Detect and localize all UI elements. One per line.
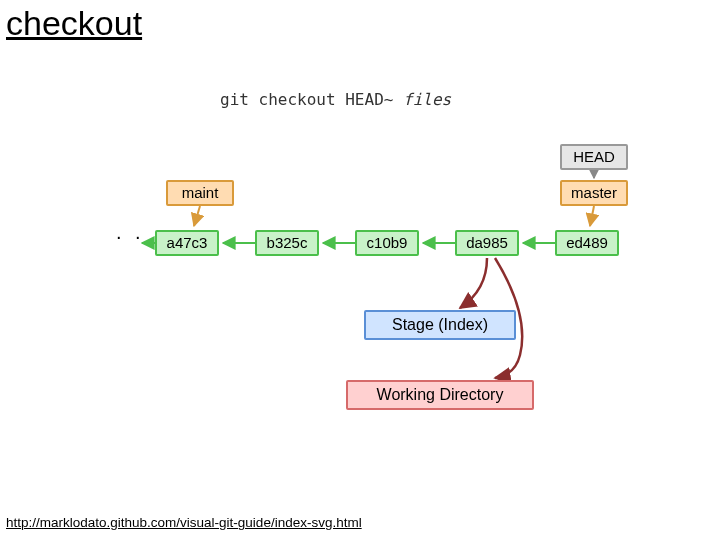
commit-ed489: ed489 xyxy=(555,230,619,256)
branch-master: master xyxy=(560,180,628,206)
commit-da985: da985 xyxy=(455,230,519,256)
source-link[interactable]: http://marklodato.github.com/visual-git-… xyxy=(6,515,362,530)
command-text: git checkout HEAD~ files xyxy=(220,90,451,109)
working-directory: Working Directory xyxy=(346,380,534,410)
svg-line-5 xyxy=(194,206,200,226)
git-diagram: git checkout HEAD~ files xyxy=(100,90,660,440)
branch-maint: maint xyxy=(166,180,234,206)
slide-title: checkout xyxy=(6,4,142,43)
command-prefix: git checkout HEAD~ xyxy=(220,90,403,109)
commit-c10b9: c10b9 xyxy=(355,230,419,256)
svg-line-6 xyxy=(590,206,594,226)
commit-b325c: b325c xyxy=(255,230,319,256)
head-ref: HEAD xyxy=(560,144,628,170)
stage-index: Stage (Index) xyxy=(364,310,516,340)
commit-a47c3: a47c3 xyxy=(155,230,219,256)
command-files: files xyxy=(403,90,451,109)
